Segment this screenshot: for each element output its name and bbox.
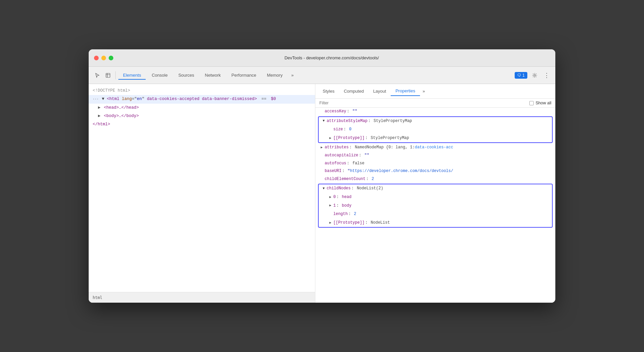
filter-input[interactable] bbox=[319, 101, 527, 105]
toolbar-divider bbox=[115, 71, 116, 79]
cursor-icon[interactable] bbox=[93, 71, 102, 80]
properties-panel: Styles Computed Layout Properties » Show… bbox=[315, 84, 555, 303]
svg-rect-0 bbox=[106, 73, 110, 77]
more-right-tabs-button[interactable]: » bbox=[420, 87, 428, 95]
properties-content: ▶ accessKey : "" ▼ attributeStyleMap : S… bbox=[315, 108, 555, 303]
close-button[interactable] bbox=[94, 56, 99, 60]
prop-size: ▶ size : 0 bbox=[319, 125, 552, 134]
prop-access-key: ▶ accessKey : "" bbox=[315, 108, 555, 116]
prop-attribute-style-map[interactable]: ▼ attributeStyleMap : StylePropertyMap bbox=[319, 117, 552, 126]
prop-base-uri: ▶ baseURI : "https://developer.chrome.co… bbox=[315, 167, 555, 175]
main-content: <!DOCTYPE html> ··· ▼ <html lang="en" da… bbox=[89, 84, 555, 303]
traffic-lights bbox=[94, 56, 113, 60]
html-tag-line[interactable]: ··· ▼ <html lang="en" data-cookies-accep… bbox=[89, 95, 315, 103]
more-tabs-button[interactable]: » bbox=[289, 71, 296, 79]
prop-autocapitalize: ▶ autocapitalize : "" bbox=[315, 152, 555, 160]
expand-prototype-style[interactable]: ▶ bbox=[328, 136, 333, 141]
prop-length: ▶ length : 2 bbox=[319, 210, 552, 219]
tab-memory[interactable]: Memory bbox=[262, 71, 287, 80]
prop-attributes[interactable]: ▶ attributes : NamedNodeMap {0: lang, 1:… bbox=[315, 144, 555, 152]
child-nodes-box: ▼ childNodes : NodeList(2) ▶ 0 : head ▶ … bbox=[318, 184, 553, 228]
chat-badge[interactable]: 🗨 1 bbox=[515, 72, 527, 79]
expand-child-1[interactable]: ▶ bbox=[328, 203, 333, 208]
settings-icon[interactable] bbox=[530, 71, 539, 80]
expand-attributes[interactable]: ▶ bbox=[319, 145, 324, 150]
tab-console[interactable]: Console bbox=[147, 71, 172, 80]
right-panel-tabs: Styles Computed Layout Properties » bbox=[315, 84, 555, 99]
prop-autofocus: ▶ autofocus : false bbox=[315, 160, 555, 168]
devtools-window: DevTools - developer.chrome.com/docs/dev… bbox=[89, 49, 555, 303]
tab-performance[interactable]: Performance bbox=[227, 71, 261, 80]
show-all-label[interactable]: Show all bbox=[529, 101, 551, 105]
window-title: DevTools - developer.chrome.com/docs/dev… bbox=[113, 55, 550, 60]
prop-prototype-nodelist[interactable]: ▶ [[Prototype]] : NodeList bbox=[319, 219, 552, 227]
elements-panel: <!DOCTYPE html> ··· ▼ <html lang="en" da… bbox=[89, 84, 315, 303]
prop-prototype-style[interactable]: ▶ [[Prototype]] : StylePropertyMap bbox=[319, 134, 552, 143]
expand-attr-style-map[interactable]: ▼ bbox=[321, 119, 326, 123]
toolbar-right: 🗨 1 ⋮ bbox=[515, 71, 551, 80]
expand-child-0[interactable]: ▶ bbox=[328, 195, 333, 200]
more-options-icon[interactable]: ⋮ bbox=[542, 71, 551, 80]
devtools-toolbar: Elements Console Sources Network Perform… bbox=[89, 67, 555, 84]
html-tree: <!DOCTYPE html> ··· ▼ <html lang="en" da… bbox=[89, 84, 315, 292]
tab-network[interactable]: Network bbox=[200, 71, 226, 80]
tab-sources[interactable]: Sources bbox=[174, 71, 199, 80]
html-close-line: </html> bbox=[89, 120, 315, 129]
body-line[interactable]: ▶ <body>…</body> bbox=[89, 112, 315, 120]
minimize-button[interactable] bbox=[101, 56, 106, 60]
tab-elements[interactable]: Elements bbox=[118, 71, 146, 80]
tab-properties[interactable]: Properties bbox=[391, 86, 420, 96]
doctype-line: <!DOCTYPE html> bbox=[89, 87, 315, 95]
prop-child-nodes[interactable]: ▼ childNodes : NodeList(2) bbox=[319, 184, 552, 193]
inspect-icon[interactable] bbox=[103, 71, 113, 80]
prop-child-0[interactable]: ▶ 0 : head bbox=[319, 193, 552, 202]
expand-prototype-nodelist[interactable]: ▶ bbox=[328, 221, 333, 225]
prop-child-1[interactable]: ▶ 1 : body bbox=[319, 202, 552, 210]
prop-child-element-count: ▶ childElementCount : 2 bbox=[315, 175, 555, 183]
tab-styles[interactable]: Styles bbox=[318, 87, 339, 96]
head-line[interactable]: ▶ <head>…</head> bbox=[89, 104, 315, 112]
maximize-button[interactable] bbox=[109, 56, 113, 60]
svg-point-3 bbox=[534, 74, 536, 76]
expand-child-nodes[interactable]: ▼ bbox=[321, 186, 326, 191]
filter-bar: Show all bbox=[315, 99, 555, 108]
tab-layout[interactable]: Layout bbox=[368, 87, 391, 96]
breadcrumb: html bbox=[89, 292, 315, 303]
titlebar: DevTools - developer.chrome.com/docs/dev… bbox=[89, 49, 555, 67]
tab-computed[interactable]: Computed bbox=[339, 87, 368, 96]
attribute-style-map-box: ▼ attributeStyleMap : StylePropertyMap ▶… bbox=[318, 116, 553, 143]
show-all-checkbox[interactable] bbox=[529, 101, 534, 105]
